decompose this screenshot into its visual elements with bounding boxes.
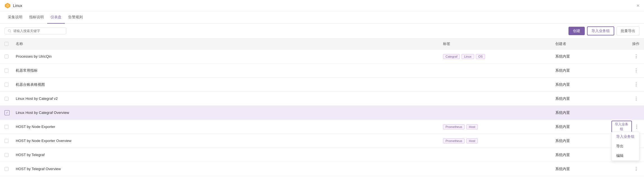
tag-linux: Linux — [462, 54, 474, 59]
row3-checkbox[interactable] — [4, 83, 8, 87]
header-name: 名称 — [16, 41, 443, 46]
row6-tags: Prometheus Host — [443, 124, 555, 129]
tag-categraf: Categraf — [443, 54, 460, 59]
row1-checkbox[interactable] — [4, 55, 8, 58]
row5-name: Linux Host by Categraf Overview — [16, 111, 443, 115]
row6-creator: 系统内置 — [555, 124, 611, 129]
header-ops: 操作 — [611, 41, 640, 46]
app-logo — [4, 3, 11, 9]
row1-ops: ⋮ — [611, 53, 640, 60]
row5-creator: 系统内置 — [555, 110, 611, 115]
row2-creator: 系统内置 — [555, 68, 611, 73]
titlebar: Linux × — [0, 0, 644, 11]
table-row: HOST by Telegraf Overview 系统内置 ⋮ — [0, 162, 644, 176]
header-creator: 创建者 — [555, 41, 611, 46]
tab-alert[interactable]: 告警规则 — [65, 11, 86, 24]
row2-ops: ⋮ — [611, 67, 640, 74]
row3-ops: ⋮ — [611, 81, 640, 88]
header-checkbox-cell — [4, 42, 16, 46]
batch-export-button[interactable]: 批量导出 — [616, 26, 640, 35]
dropdown-item-edit[interactable]: 编辑 — [612, 151, 639, 161]
row9-name: HOST by Telegraf Overview — [16, 167, 443, 171]
table-body: Processes by UlricQin Categraf Linux OS … — [0, 49, 644, 176]
header-tags: 标签 — [443, 41, 555, 46]
row9-creator: 系统内置 — [555, 166, 611, 172]
tag-host-2: Host — [466, 138, 478, 143]
row6-import-button[interactable]: 导入业务组 — [611, 121, 632, 133]
table-row: Processes by UlricQin Categraf Linux OS … — [0, 49, 644, 64]
toolbar-actions: 创建 导入业务组 批量导出 — [568, 26, 640, 35]
tab-metrics[interactable]: 指标说明 — [26, 11, 47, 24]
row1-more-button[interactable]: ⋮ — [633, 53, 640, 60]
dashboard-table: 名称 标签 创建者 操作 Processes by UlricQin Categ… — [0, 38, 644, 176]
row9-ops: ⋮ — [611, 166, 640, 172]
select-all-checkbox[interactable] — [4, 42, 8, 46]
row4-ops: ⋮ — [611, 95, 640, 102]
row2-name: 机器常用指标 — [16, 68, 443, 73]
row4-name: Linux Host by Categraf v2 — [16, 96, 443, 101]
table-row: HOST by Telegraf 系统内置 ⋮ — [0, 148, 644, 162]
row3-name: 机器台账表格视图 — [16, 82, 443, 87]
row7-name: HOST by Node Exporter Overview — [16, 139, 443, 143]
row3-creator: 系统内置 — [555, 82, 611, 87]
row8-name: HOST by Telegraf — [16, 153, 443, 157]
table-row: Linux Host by Categraf v2 系统内置 ⋮ — [0, 92, 644, 106]
search-box — [4, 28, 66, 34]
row2-checkbox[interactable] — [4, 69, 8, 73]
dropdown-item-import[interactable]: 导入业务组 — [612, 132, 639, 141]
table-row: HOST by Node Exporter Overview Prometheu… — [0, 134, 644, 148]
table-header: 名称 标签 创建者 操作 — [0, 38, 644, 49]
row1-tags: Categraf Linux OS — [443, 54, 555, 59]
table-row: HOST by Node Exporter Prometheus Host 系统… — [0, 120, 644, 134]
tag-prometheus-1: Prometheus — [443, 124, 465, 129]
row6-more-button[interactable]: ⋮ — [634, 123, 640, 130]
tag-prometheus-2: Prometheus — [443, 138, 465, 143]
row4-checkbox[interactable] — [4, 97, 8, 101]
row8-checkbox[interactable] — [4, 153, 8, 157]
row3-more-button[interactable]: ⋮ — [633, 81, 640, 88]
import-button[interactable]: 导入业务组 — [587, 26, 614, 35]
row1-creator: 系统内置 — [555, 54, 611, 59]
row7-checkbox[interactable] — [4, 139, 8, 143]
row9-more-button[interactable]: ⋮ — [633, 166, 640, 172]
svg-point-2 — [8, 30, 10, 32]
search-icon — [8, 29, 12, 33]
row1-checkbox-cell — [4, 55, 16, 58]
row7-creator: 系统内置 — [555, 138, 611, 143]
create-button[interactable]: 创建 — [568, 27, 585, 35]
tab-bar: 采集说明 指标说明 仪表盘 告警规则 — [0, 11, 644, 24]
row7-tags: Prometheus Host — [443, 138, 555, 143]
row4-more-button[interactable]: ⋮ — [633, 95, 640, 102]
close-button[interactable]: × — [636, 3, 640, 8]
tag-os: OS — [476, 54, 485, 59]
tag-host-1: Host — [466, 124, 478, 129]
row5-expand-button[interactable]: ✓ — [4, 110, 10, 115]
svg-line-3 — [10, 32, 11, 33]
toolbar: 创建 导入业务组 批量导出 — [0, 24, 644, 38]
dropdown-menu: 导入业务组 导出 编辑 — [611, 132, 640, 161]
row8-creator: 系统内置 — [555, 152, 611, 157]
table-row-expanded: ✓ Linux Host by Categraf Overview 系统内置 — [0, 106, 644, 120]
row4-creator: 系统内置 — [555, 96, 611, 101]
dropdown-item-export[interactable]: 导出 — [612, 141, 639, 151]
tab-collect[interactable]: 采集说明 — [4, 11, 26, 24]
row6-ops: 导入业务组 ⋮ — [611, 121, 640, 133]
row6-name: HOST by Node Exporter — [16, 125, 443, 129]
row2-more-button[interactable]: ⋮ — [633, 67, 640, 74]
row6-checkbox[interactable] — [4, 125, 8, 129]
search-input[interactable] — [13, 29, 63, 33]
table-row: 机器台账表格视图 系统内置 ⋮ — [0, 78, 644, 92]
tab-dashboard[interactable]: 仪表盘 — [47, 11, 65, 24]
window-title: Linux — [13, 3, 22, 8]
table-row: 机器常用指标 系统内置 ⋮ — [0, 64, 644, 78]
row1-name: Processes by UlricQin — [16, 54, 443, 58]
row9-checkbox[interactable] — [4, 167, 8, 171]
